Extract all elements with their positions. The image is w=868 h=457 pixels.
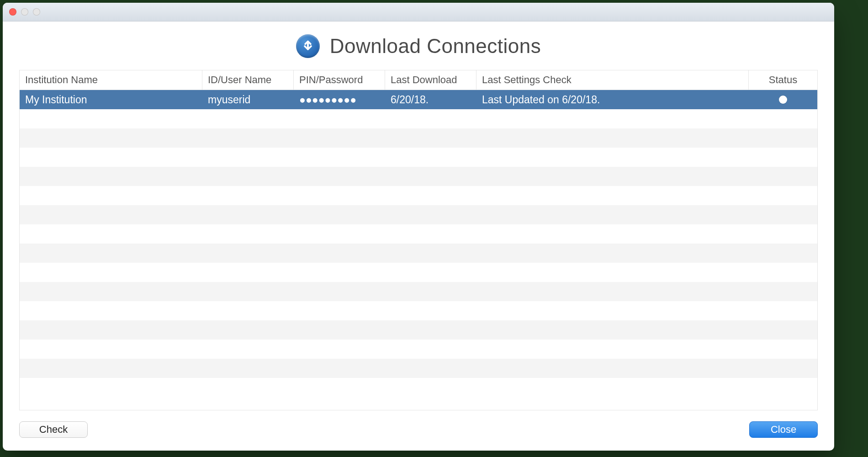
cell-last-settings: Last Updated on 6/20/18. bbox=[476, 90, 749, 109]
col-header-status[interactable]: Status bbox=[749, 70, 817, 90]
cell-user: myuserid bbox=[202, 90, 294, 109]
table-row-empty[interactable] bbox=[20, 186, 817, 205]
table-row-empty[interactable] bbox=[20, 167, 817, 186]
cell-status bbox=[749, 90, 817, 109]
cell-institution: My Institution bbox=[20, 90, 202, 109]
table-row-empty[interactable] bbox=[20, 340, 817, 359]
table-body: My Institutionmyuserid●●●●●●●●●6/20/18.L… bbox=[20, 90, 817, 410]
col-header-institution[interactable]: Institution Name bbox=[20, 70, 202, 90]
minimize-window-icon[interactable] bbox=[21, 8, 28, 16]
download-connections-window: Download Connections Institution Name ID… bbox=[3, 3, 834, 451]
col-header-user[interactable]: ID/User Name bbox=[202, 70, 294, 90]
window-controls bbox=[9, 8, 40, 16]
table-row-empty[interactable] bbox=[20, 128, 817, 148]
table-row-empty[interactable] bbox=[20, 320, 817, 340]
table-row-empty[interactable] bbox=[20, 263, 817, 282]
table-row-empty[interactable] bbox=[20, 205, 817, 224]
close-window-icon[interactable] bbox=[9, 8, 16, 16]
dialog-footer: Check Close bbox=[3, 410, 834, 451]
cell-password: ●●●●●●●●● bbox=[294, 90, 385, 109]
table-row-empty[interactable] bbox=[20, 282, 817, 301]
col-header-password[interactable]: PIN/Password bbox=[294, 70, 385, 90]
close-button[interactable]: Close bbox=[749, 421, 818, 438]
table-row-empty[interactable] bbox=[20, 148, 817, 167]
table-row-empty[interactable] bbox=[20, 224, 817, 244]
table-row-empty[interactable] bbox=[20, 109, 817, 128]
table-row-empty[interactable] bbox=[20, 359, 817, 378]
table-row-empty[interactable] bbox=[20, 301, 817, 320]
titlebar bbox=[3, 3, 834, 21]
connections-table: Institution Name ID/User Name PIN/Passwo… bbox=[19, 70, 818, 410]
status-indicator-icon bbox=[779, 96, 787, 104]
col-header-last-settings[interactable]: Last Settings Check bbox=[476, 70, 749, 90]
dialog-header: Download Connections bbox=[3, 21, 834, 70]
cell-last-download: 6/20/18. bbox=[385, 90, 476, 109]
zoom-window-icon[interactable] bbox=[33, 8, 40, 16]
table-row[interactable]: My Institutionmyuserid●●●●●●●●●6/20/18.L… bbox=[20, 90, 817, 109]
table-header-row: Institution Name ID/User Name PIN/Passwo… bbox=[20, 70, 817, 90]
dialog-title: Download Connections bbox=[330, 35, 541, 58]
table-row-empty[interactable] bbox=[20, 244, 817, 263]
col-header-last-download[interactable]: Last Download bbox=[385, 70, 476, 90]
download-arrow-icon bbox=[296, 34, 320, 58]
check-button[interactable]: Check bbox=[19, 421, 88, 438]
